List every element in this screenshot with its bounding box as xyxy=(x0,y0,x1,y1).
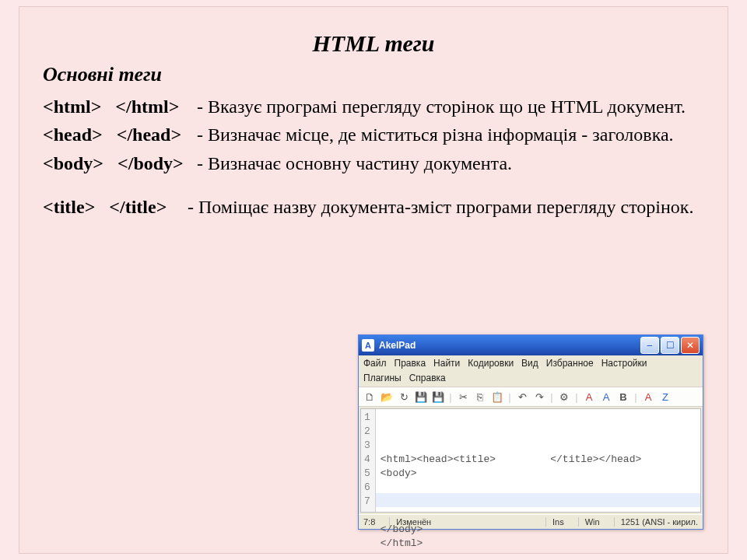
undo-icon[interactable]: ↶ xyxy=(515,390,529,404)
tag-close: </title> xyxy=(109,197,167,217)
code-area[interactable]: 1 2 3 4 5 6 7 <html><head><title> </titl… xyxy=(360,408,701,513)
tag-desc: - Визначає місце, де міститься різна інф… xyxy=(197,122,704,147)
new-icon[interactable]: 🗋 xyxy=(363,390,377,404)
tag-desc: - Визначає основну частину документа. xyxy=(197,151,704,176)
toolbar: 🗋 📂 ↻ 💾 💾 | ✂ ⎘ 📋 | ↶ ↷ | ⚙ | A A B | A … xyxy=(359,387,703,407)
subheading: Основні теги xyxy=(43,63,704,86)
line-gutter: 1 2 3 4 5 6 7 xyxy=(361,409,376,512)
menu-plugins[interactable]: Плагины xyxy=(363,373,402,383)
bold-icon[interactable]: B xyxy=(616,390,630,404)
menu-settings[interactable]: Настройки xyxy=(601,358,647,369)
editor-window: A AkelPad ‒ ☐ ✕ Файл Правка Найти Кодиро… xyxy=(358,334,703,530)
minimize-button[interactable]: ‒ xyxy=(640,337,659,354)
tag-open: <head> xyxy=(43,124,103,145)
font-dec-icon[interactable]: A xyxy=(599,390,613,404)
save-icon[interactable]: 💾 xyxy=(414,390,428,404)
redo-icon[interactable]: ↷ xyxy=(532,390,546,404)
tag-desc: - Поміщає назву документа-зміст програми… xyxy=(188,194,704,219)
menubar-row2: Плагины Справка xyxy=(359,371,703,387)
app-title: AkelPad xyxy=(379,340,640,351)
tag-row-head: <head> </head> - Визначає місце, де міст… xyxy=(43,122,704,147)
tag-close: </head> xyxy=(117,124,181,145)
code-text[interactable]: <html><head><title> </title></head> <bod… xyxy=(376,409,700,512)
tag-row-body: <body> </body> - Визначає основну частин… xyxy=(43,151,704,176)
cut-icon[interactable]: ✂ xyxy=(456,390,470,404)
sort-icon[interactable]: A xyxy=(641,390,655,404)
app-icon: A xyxy=(362,339,374,352)
separator-icon: | xyxy=(507,390,512,404)
menu-file[interactable]: Файл xyxy=(363,358,387,369)
page-title: HTML теги xyxy=(43,30,704,57)
tag-open: <html> xyxy=(43,96,101,117)
menubar: Файл Правка Найти Кодировки Вид Избранно… xyxy=(359,355,703,371)
separator-icon: | xyxy=(574,390,579,404)
copy-icon[interactable]: ⎘ xyxy=(473,390,487,404)
tag-close: </html> xyxy=(115,96,179,117)
tag-row-title: <title> </title> - Поміщає назву докумен… xyxy=(43,194,704,219)
reload-icon[interactable]: ↻ xyxy=(397,390,411,404)
saveall-icon[interactable]: 💾 xyxy=(431,390,445,404)
menu-view[interactable]: Вид xyxy=(521,358,538,369)
tag-desc: - Вказує програмі перегляду сторінок що … xyxy=(197,94,704,119)
maximize-button[interactable]: ☐ xyxy=(661,337,679,354)
menu-help[interactable]: Справка xyxy=(409,373,446,383)
tag-open: <body> xyxy=(43,153,103,173)
open-icon[interactable]: 📂 xyxy=(380,390,394,404)
status-pos: 7:8 xyxy=(363,517,375,527)
titlebar[interactable]: A AkelPad ‒ ☐ ✕ xyxy=(359,335,703,355)
menu-encodings[interactable]: Кодировки xyxy=(468,358,514,369)
menu-edit[interactable]: Правка xyxy=(395,358,426,369)
separator-icon: | xyxy=(549,390,554,404)
menu-favorites[interactable]: Избранное xyxy=(546,358,594,369)
settings-icon[interactable]: ⚙ xyxy=(557,390,571,404)
sort2-icon[interactable]: Z xyxy=(658,390,672,404)
tag-row-html: <html> </html> - Вказує програмі перегля… xyxy=(43,94,704,119)
tag-open: <title> xyxy=(43,197,95,217)
font-inc-icon[interactable]: A xyxy=(582,390,596,404)
menu-find[interactable]: Найти xyxy=(433,358,460,369)
separator-icon: | xyxy=(633,390,638,404)
separator-icon: | xyxy=(448,390,453,404)
tag-close: </body> xyxy=(117,153,184,173)
close-button[interactable]: ✕ xyxy=(681,337,700,354)
paste-icon[interactable]: 📋 xyxy=(490,390,504,404)
